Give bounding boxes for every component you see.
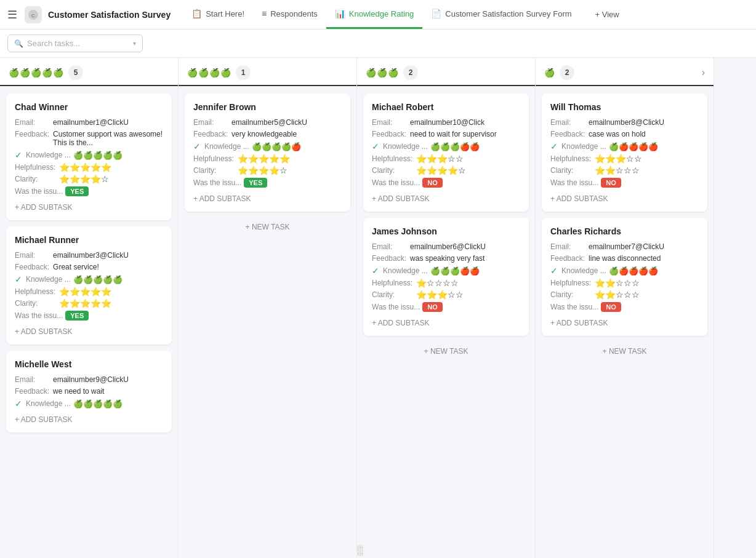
column-col-5star: 🍏🍏🍏🍏🍏 5 Chad Winner Email: emailnumber1@… (0, 58, 179, 558)
feedback-row: Feedback: Great service! (15, 263, 163, 271)
email-value: emailnumber1@ClickU (53, 118, 163, 127)
issue-badge: NO (422, 302, 443, 312)
check-icon: ✓ (15, 274, 22, 284)
knowledge-row: ✓ Knowledge ... 🍏🍏🍏🍏🍎 (193, 141, 342, 151)
helpfulness-label: Helpfulness: (372, 154, 414, 163)
email-row: Email: emailnumber10@Click (372, 118, 520, 127)
issue-row: Was the issu... YES (15, 186, 163, 196)
issue-row: Was the issu... NO (372, 302, 520, 312)
scroll-right-icon[interactable]: › (702, 67, 705, 78)
feedback-value: Great service! (53, 263, 163, 271)
card-name: James Johnson (372, 226, 520, 236)
feedback-row: Feedback: case was on hold (550, 130, 699, 138)
column-count: 2 (560, 65, 574, 80)
star-rating: ⭐⭐⭐⭐⭐ (59, 163, 111, 172)
card: Michael Runner Email: emailnumber3@Click… (6, 226, 172, 345)
respondents-icon: ≡ (262, 9, 267, 18)
new-task-button[interactable]: + NEW TASK (542, 342, 707, 361)
clarity-label: Clarity: (550, 166, 592, 175)
column-body: Will Thomas Email: emailnumber8@ClickU F… (536, 86, 714, 558)
add-subtask-button[interactable]: + ADD SUBTASK (372, 315, 520, 327)
clarity-row: Clarity: ⭐⭐⭐⭐☆ (15, 175, 163, 183)
search-icon: 🔍 (14, 39, 23, 48)
apple-rating: 🍏🍏🍏🍎🍎 (430, 267, 480, 275)
star-rating: ⭐⭐⭐⭐☆ (416, 166, 466, 175)
knowledge-row: ✓ Knowledge ... 🍏🍏🍏🍎🍎 (372, 141, 520, 151)
email-value: emailnumber6@ClickU (410, 242, 520, 251)
knowledge-row: ✓ Knowledge ... 🍏🍏🍏🍏🍏 (15, 399, 163, 409)
feedback-value: need to wait for supervisor (410, 130, 520, 138)
card: Michelle West Email: emailnumber9@ClickU… (6, 351, 172, 432)
star-icon: 🍏 (42, 68, 52, 78)
check-icon: ✓ (372, 141, 379, 151)
add-subtask-button[interactable]: + ADD SUBTASK (550, 315, 699, 327)
top-nav: ☰ C Customer Satisfaction Survey 📋 Start… (0, 0, 756, 30)
star-icon: 🍏 (9, 68, 19, 78)
clarity-label: Clarity: (372, 290, 414, 299)
clarity-row: Clarity: ⭐⭐☆☆☆ (550, 166, 699, 175)
clarity-label: Clarity: (372, 166, 414, 175)
hamburger-icon[interactable]: ☰ (7, 8, 17, 22)
issue-row: Was the issu... YES (15, 311, 163, 321)
knowledge-label: Knowledge ... (383, 266, 428, 275)
knowledge-row: ✓ Knowledge ... 🍏🍎🍎🍎🍎 (550, 266, 699, 276)
search-input[interactable]: 🔍 Search tasks... ▾ (7, 34, 143, 52)
star-rating: ⭐⭐☆☆☆ (595, 166, 640, 175)
tab-respondents[interactable]: ≡ Respondents (253, 0, 326, 29)
new-task-button[interactable]: + NEW TASK (363, 342, 529, 361)
clarity-row: Clarity: ⭐⭐⭐☆☆ (372, 290, 520, 299)
add-subtask-button[interactable]: + ADD SUBTASK (372, 191, 520, 203)
card: Will Thomas Email: emailnumber8@ClickU F… (542, 94, 707, 212)
check-icon: ✓ (372, 266, 379, 276)
column-stars: 🍏🍏🍏 (366, 68, 398, 78)
add-subtask-button[interactable]: + ADD SUBTASK (15, 412, 163, 424)
knowledge-rating-icon: 📊 (335, 9, 345, 18)
apple-rating: 🍏🍏🍏🍏🍎 (252, 143, 301, 151)
tab-survey-form[interactable]: 📄 Customer Satisfaction Survey Form (422, 0, 580, 29)
column-header: 🍏🍏🍏🍏🍏 5 (0, 58, 178, 86)
clarity-row: Clarity: ⭐⭐⭐⭐☆ (372, 166, 520, 175)
feedback-value: line was disconnected (589, 254, 699, 263)
card: Charles Richards Email: emailnumber7@Cli… (542, 218, 707, 336)
column-stars: 🍏🍏🍏🍏🍏 (9, 68, 63, 78)
column-stars: 🍏 (544, 68, 555, 78)
column-count: 5 (68, 65, 83, 80)
email-value: emailnumber7@ClickU (589, 242, 699, 251)
check-icon: ✓ (15, 150, 22, 160)
column-col-4star: 🍏🍏🍏🍏 1 Jennifer Brown Email: emailnumber… (179, 58, 357, 558)
feedback-value: was speaking very fast (410, 254, 520, 263)
apple-rating: 🍏🍏🍏🍏🍏 (73, 276, 123, 284)
feedback-value: Customer support was awesome! This is th… (53, 130, 163, 147)
card-name: Jennifer Brown (193, 102, 342, 112)
add-subtask-button[interactable]: + ADD SUBTASK (15, 324, 163, 336)
knowledge-label: Knowledge ... (561, 142, 606, 151)
star-rating: ⭐⭐☆☆☆ (595, 279, 640, 287)
add-subtask-button[interactable]: + ADD SUBTASK (550, 191, 699, 203)
card-name: Charles Richards (550, 226, 699, 236)
knowledge-row: ✓ Knowledge ... 🍏🍏🍏🍏🍏 (15, 150, 163, 160)
tab-start-here[interactable]: 📋 Start Here! (183, 0, 253, 29)
check-icon: ✓ (550, 141, 558, 151)
card-name: Will Thomas (550, 102, 699, 112)
issue-row: Was the issu... YES (193, 178, 342, 188)
add-subtask-button[interactable]: + ADD SUBTASK (193, 191, 342, 203)
search-caret-icon: ▾ (133, 40, 136, 47)
nav-tabs: 📋 Start Here! ≡ Respondents 📊 Knowledge … (183, 0, 580, 29)
feedback-row: Feedback: we need to wait (15, 387, 163, 396)
column-header: 🍏 2 › (536, 58, 714, 86)
email-row: Email: emailnumber5@ClickU (193, 118, 342, 127)
star-rating: ⭐⭐⭐☆☆ (416, 154, 464, 163)
issue-badge: NO (601, 302, 621, 312)
tab-knowledge-rating[interactable]: 📊 Knowledge Rating (326, 0, 423, 29)
email-row: Email: emailnumber7@ClickU (550, 242, 699, 251)
add-subtask-button[interactable]: + ADD SUBTASK (15, 199, 163, 212)
new-task-button[interactable]: + NEW TASK (185, 218, 350, 236)
card-name: Michael Runner (15, 235, 163, 245)
column-body: Chad Winner Email: emailnumber1@ClickU F… (0, 86, 178, 558)
issue-badge: NO (422, 178, 443, 188)
star-rating: ⭐⭐⭐☆☆ (416, 290, 464, 299)
view-button[interactable]: + View (588, 5, 627, 24)
scroll-handle[interactable]: ⋮⋮ (357, 544, 363, 557)
apple-rating: 🍏🍏🍏🍏🍏 (73, 400, 123, 408)
star-icon: 🍏 (220, 68, 231, 78)
